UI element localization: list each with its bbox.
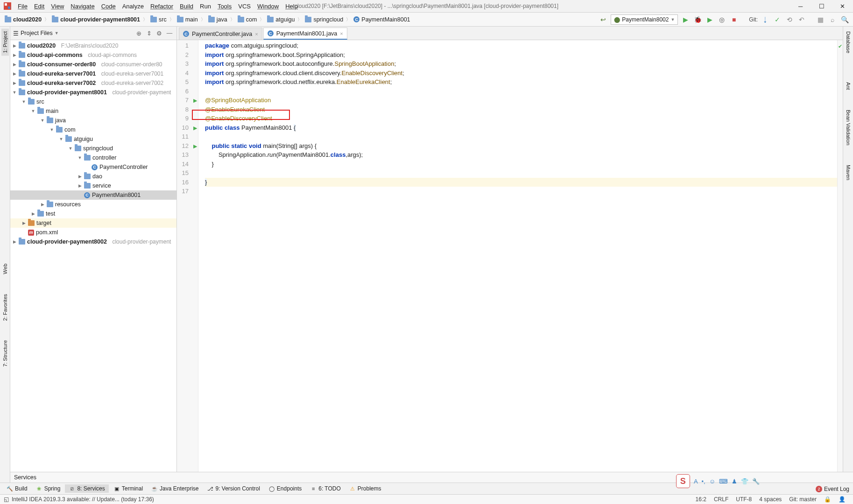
tab-endpoints[interactable]: ◯Endpoints bbox=[265, 484, 305, 493]
tree-node[interactable]: ▶resources bbox=[10, 200, 176, 209]
git-commit-button[interactable]: ✓ bbox=[773, 15, 782, 24]
tree-node-selected[interactable]: CPaymentMain8001 bbox=[10, 190, 176, 200]
menu-tools[interactable]: Tools bbox=[215, 2, 234, 11]
stop-button[interactable]: ■ bbox=[729, 15, 739, 24]
tree-node[interactable]: ▼cloud-provider-payment8001 cloud-provid… bbox=[10, 88, 176, 97]
window-minimize-button[interactable]: ─ bbox=[790, 0, 811, 13]
menu-navigate[interactable]: Navigate bbox=[68, 2, 97, 11]
rail-favorites[interactable]: 2: Favorites bbox=[1, 291, 9, 323]
code-text[interactable]: package com.atguigu.springcloud; import … bbox=[198, 40, 837, 472]
breadcrumb-seg[interactable]: com bbox=[237, 16, 258, 23]
close-tab-icon[interactable]: × bbox=[255, 31, 258, 37]
rail-web[interactable]: Web bbox=[1, 261, 9, 277]
status-indent[interactable]: 4 spaces bbox=[755, 496, 785, 503]
tab-todo[interactable]: ≡6: TODO bbox=[306, 484, 345, 493]
ime-logo-icon[interactable]: S bbox=[676, 474, 690, 488]
project-structure-button[interactable]: ▦ bbox=[816, 15, 825, 24]
status-lock-icon[interactable]: 🔒 bbox=[820, 496, 835, 503]
menu-edit[interactable]: Edit bbox=[31, 2, 47, 11]
tree-node[interactable]: ▶cloud-consumer-order80 cloud-consumer-o… bbox=[10, 60, 176, 69]
coverage-button[interactable]: ▶ bbox=[705, 15, 714, 24]
tab-java-enterprise[interactable]: ☕Java Enterprise bbox=[148, 484, 202, 493]
tab-problems[interactable]: ⚠Problems bbox=[345, 484, 385, 493]
tree-node[interactable]: ▶test bbox=[10, 209, 176, 218]
menu-file[interactable]: File bbox=[15, 2, 30, 11]
rail-bean-validation[interactable]: Bean Validation bbox=[845, 107, 852, 148]
ime-service-icon[interactable]: ♟ bbox=[732, 478, 737, 485]
tool-windows-icon[interactable]: ◱ bbox=[4, 496, 9, 503]
breadcrumb-seg[interactable]: cloud-provider-payment8001 bbox=[51, 16, 141, 23]
hide-panel-icon[interactable]: — bbox=[165, 29, 174, 37]
run-gutter-icon[interactable]: ▶ bbox=[190, 96, 197, 103]
run-config-combo[interactable]: ⬤ PaymentMain8002 ▼ bbox=[611, 14, 678, 25]
project-view-label[interactable]: Project Files bbox=[21, 30, 53, 36]
menu-build[interactable]: Build bbox=[177, 2, 196, 11]
status-line-sep[interactable]: CRLF bbox=[710, 496, 732, 503]
ime-skin-icon[interactable]: 👕 bbox=[741, 478, 748, 485]
status-caret-pos[interactable]: 16:2 bbox=[692, 496, 710, 503]
status-encoding[interactable]: UTF-8 bbox=[732, 496, 755, 503]
breadcrumb-seg[interactable]: java bbox=[207, 16, 228, 23]
status-mem-icon[interactable]: 👤 bbox=[835, 496, 849, 503]
tree-node[interactable]: mpom.xml bbox=[10, 228, 176, 237]
back-icon[interactable]: ↩ bbox=[599, 15, 608, 24]
menu-run[interactable]: Run bbox=[197, 2, 214, 11]
menu-window[interactable]: Window bbox=[254, 2, 282, 11]
breadcrumb-seg[interactable]: src bbox=[149, 16, 168, 23]
error-stripe[interactable]: ✔ bbox=[837, 40, 843, 472]
search-button[interactable]: 🔍 bbox=[840, 15, 849, 24]
tab-terminal[interactable]: ▣Terminal bbox=[110, 484, 147, 493]
breadcrumb-seg[interactable]: CPaymentMain8001 bbox=[352, 16, 411, 23]
tree-node[interactable]: ▶service bbox=[10, 181, 176, 190]
run-gutter-icon[interactable]: ▶ bbox=[190, 124, 197, 130]
tree-node[interactable]: ▼main bbox=[10, 106, 176, 116]
tab-spring[interactable]: ❀Spring bbox=[32, 484, 64, 493]
breadcrumb-seg[interactable]: main bbox=[176, 16, 199, 23]
git-update-button[interactable]: ⭭ bbox=[761, 15, 770, 24]
ime-emoji-icon[interactable]: ☺ bbox=[709, 478, 715, 485]
run-gutter-icon[interactable]: ▶ bbox=[190, 142, 197, 148]
tree-node[interactable]: ▶cloud-eureka-server7001 cloud-eureka-se… bbox=[10, 69, 176, 78]
rail-database[interactable]: Database bbox=[845, 28, 852, 56]
status-git-branch[interactable]: Git: master bbox=[785, 496, 820, 503]
breadcrumb-seg[interactable]: atguigu bbox=[266, 16, 296, 23]
menu-analyze[interactable]: Analyze bbox=[120, 2, 147, 11]
menu-view[interactable]: View bbox=[48, 2, 67, 11]
rail-ant[interactable]: Ant bbox=[845, 79, 852, 93]
tree-node[interactable]: ▶cloud-api-commons cloud-api-commons bbox=[10, 50, 176, 60]
window-close-button[interactable]: ✕ bbox=[832, 0, 853, 13]
search-everywhere-button[interactable]: ⌕ bbox=[828, 15, 837, 24]
menu-refactor[interactable]: Refactor bbox=[148, 2, 176, 11]
tree-node[interactable]: ▼atguigu bbox=[10, 134, 176, 144]
tab-services[interactable]: ⎚8: Services bbox=[65, 484, 108, 493]
tree-node[interactable]: ▼springcloud bbox=[10, 144, 176, 153]
git-history-button[interactable]: ⟲ bbox=[785, 15, 794, 24]
debug-button[interactable]: 🐞 bbox=[693, 15, 702, 24]
editor-tab-active[interactable]: CPaymentMain8001.java× bbox=[263, 28, 347, 40]
rail-maven[interactable]: Maven bbox=[845, 162, 852, 183]
tree-node[interactable]: ▶cloud-eureka-server7002 cloud-eureka-se… bbox=[10, 78, 176, 88]
tree-node[interactable]: ▶target bbox=[10, 218, 176, 228]
close-tab-icon[interactable]: × bbox=[340, 31, 343, 36]
editor-tab[interactable]: CPaymentController.java× bbox=[179, 28, 262, 40]
menu-code[interactable]: Code bbox=[99, 2, 119, 11]
event-log-button[interactable]: 2 Event Log bbox=[816, 486, 849, 492]
settings-icon[interactable]: ⚙ bbox=[155, 29, 163, 37]
tree-node[interactable]: ▼src bbox=[10, 97, 176, 106]
tree-node[interactable]: ▶dao bbox=[10, 172, 176, 181]
ime-punct-icon[interactable]: •, bbox=[702, 478, 705, 485]
ime-keyboard-icon[interactable]: ⌨ bbox=[719, 478, 728, 485]
expand-all-icon[interactable]: ⇕ bbox=[145, 29, 153, 37]
tree-node[interactable]: CPaymentController bbox=[10, 162, 176, 172]
tree-node[interactable]: ▼java bbox=[10, 116, 176, 125]
profile-button[interactable]: ◎ bbox=[717, 15, 726, 24]
ime-tool-icon[interactable]: 🔧 bbox=[752, 478, 760, 485]
tab-build[interactable]: 🔨Build bbox=[3, 484, 31, 493]
ime-lang-icon[interactable]: A bbox=[694, 478, 698, 485]
git-revert-button[interactable]: ↶ bbox=[797, 15, 806, 24]
run-button[interactable]: ▶ bbox=[681, 15, 690, 24]
tab-version-control[interactable]: ⎇9: Version Control bbox=[203, 484, 263, 493]
breadcrumb-seg[interactable]: cloud2020 bbox=[4, 16, 42, 23]
tree-node[interactable]: ▼controller bbox=[10, 153, 176, 162]
rail-structure[interactable]: 7: Structure bbox=[1, 337, 9, 370]
